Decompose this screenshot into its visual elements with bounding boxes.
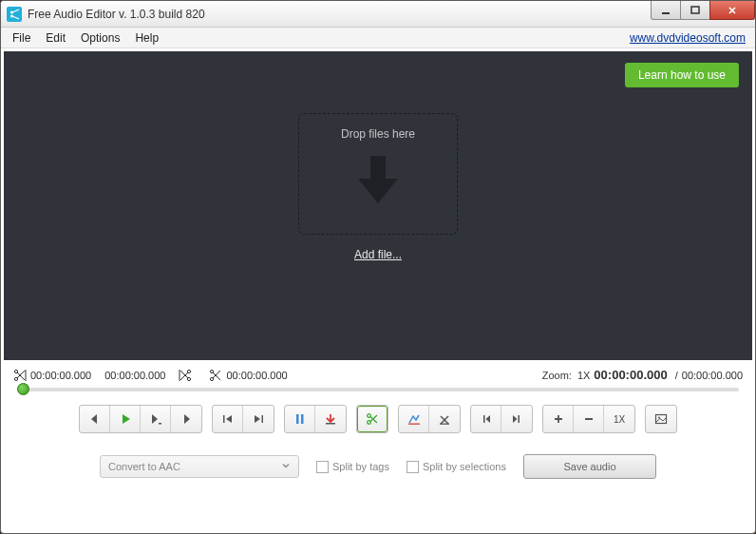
nav-group xyxy=(470,405,533,433)
close-button[interactable] xyxy=(709,1,755,20)
total-time: 00:00:00.000 xyxy=(682,370,743,381)
trim-in-button[interactable] xyxy=(399,406,429,432)
website-link[interactable]: www.dvdvideosoft.com xyxy=(624,29,751,47)
skip-end-button[interactable] xyxy=(243,406,274,432)
time-separator: / xyxy=(675,370,678,381)
seek-slider[interactable] xyxy=(4,386,752,401)
svg-rect-6 xyxy=(26,370,27,381)
app-icon xyxy=(7,7,22,22)
menu-file[interactable]: File xyxy=(5,29,38,47)
drop-text: Drop files here xyxy=(341,127,415,141)
titlebar[interactable]: Free Audio Editor v. 1.0.3 build 820 xyxy=(1,1,755,28)
arrow-down-icon xyxy=(354,154,402,211)
scissor-start-icon xyxy=(13,369,27,382)
go-end-button[interactable] xyxy=(501,406,532,432)
convert-value: Convert to AAC xyxy=(108,461,180,472)
skip-group xyxy=(212,405,274,433)
scissor-icon xyxy=(209,369,222,382)
zoom-reset-button[interactable]: 1X xyxy=(604,406,634,432)
menu-options[interactable]: Options xyxy=(73,29,127,47)
slider-track xyxy=(17,388,739,391)
svg-rect-14 xyxy=(262,415,264,423)
pause-marker-button[interactable] xyxy=(285,406,315,432)
toolbar: 1X xyxy=(4,401,752,445)
zoom-label: Zoom: xyxy=(542,370,572,381)
zoom-value: 1X xyxy=(577,370,590,381)
svg-rect-12 xyxy=(159,423,161,425)
content-area: Learn how to use Drop files here Add fil… xyxy=(1,48,755,533)
playback-group xyxy=(79,405,202,433)
play-selection-button[interactable] xyxy=(141,406,171,432)
chevron-down-icon xyxy=(281,461,291,472)
app-window: Free Audio Editor v. 1.0.3 build 820 Fil… xyxy=(0,0,756,534)
zoom-group: 1X xyxy=(542,405,635,433)
svg-rect-22 xyxy=(483,415,485,423)
scissor-end-icon xyxy=(179,369,192,382)
slider-thumb[interactable] xyxy=(17,383,29,395)
svg-point-7 xyxy=(188,370,191,372)
convert-select[interactable]: Convert to AAC xyxy=(100,455,299,478)
marker-down-button[interactable] xyxy=(315,406,346,432)
cut-group xyxy=(356,405,388,433)
go-start-button[interactable] xyxy=(471,406,501,432)
zoom-out-button[interactable] xyxy=(574,406,604,432)
step-back-button[interactable] xyxy=(80,406,110,432)
edit-group xyxy=(398,405,461,433)
minimize-button[interactable] xyxy=(651,1,681,20)
svg-rect-3 xyxy=(691,7,699,13)
window-controls xyxy=(652,1,755,20)
split-tags-label: Split by tags xyxy=(332,461,389,472)
selection-start-marker[interactable]: 00:00:00.000 xyxy=(13,369,91,382)
checkbox-icon xyxy=(316,461,329,473)
selection-end-marker[interactable] xyxy=(179,369,196,382)
selection-duration: 00:00:00.000 xyxy=(104,370,165,381)
split-tags-checkbox[interactable]: Split by tags xyxy=(316,461,389,473)
drop-box[interactable]: Drop files here xyxy=(298,113,458,235)
svg-rect-21 xyxy=(440,424,449,425)
time-row: 00:00:00.000 00:00:00.000 00:00:00.000 Z… xyxy=(4,360,752,386)
current-time: 00:00:00.000 xyxy=(594,368,667,382)
svg-rect-16 xyxy=(301,414,304,424)
zoom-in-button[interactable] xyxy=(543,406,574,432)
svg-rect-17 xyxy=(326,423,335,425)
split-selections-checkbox[interactable]: Split by selections xyxy=(406,461,506,473)
delete-button[interactable] xyxy=(429,406,460,432)
selection-start-time: 00:00:00.000 xyxy=(30,370,91,381)
svg-rect-23 xyxy=(519,415,520,423)
image-button[interactable] xyxy=(646,406,676,432)
cut-button[interactable] xyxy=(357,406,387,432)
split-selections-label: Split by selections xyxy=(423,461,506,472)
step-forward-button[interactable] xyxy=(171,406,201,432)
cut-marker[interactable]: 00:00:00.000 xyxy=(209,369,287,382)
add-file-link[interactable]: Add file... xyxy=(354,248,402,261)
learn-button[interactable]: Learn how to use xyxy=(625,63,739,87)
maximize-button[interactable] xyxy=(680,1,710,20)
skip-start-button[interactable] xyxy=(213,406,243,432)
bottom-row: Convert to AAC Split by tags Split by se… xyxy=(4,445,752,485)
cut-time: 00:00:00.000 xyxy=(226,370,287,381)
svg-rect-15 xyxy=(296,414,299,424)
marker-group xyxy=(284,405,347,433)
drop-area[interactable]: Learn how to use Drop files here Add fil… xyxy=(4,51,752,360)
svg-point-8 xyxy=(188,377,191,380)
play-button[interactable] xyxy=(110,406,141,432)
svg-rect-20 xyxy=(408,424,420,425)
svg-rect-2 xyxy=(662,12,670,14)
menubar: File Edit Options Help www.dvdvideosoft.… xyxy=(1,28,755,48)
svg-rect-9 xyxy=(180,370,180,381)
image-group xyxy=(645,405,677,433)
zoom-1x-label: 1X xyxy=(614,414,625,425)
menu-edit[interactable]: Edit xyxy=(38,29,73,47)
checkbox-icon xyxy=(406,461,419,473)
save-audio-button[interactable]: Save audio xyxy=(523,454,656,479)
svg-rect-13 xyxy=(223,415,225,423)
menu-help[interactable]: Help xyxy=(127,29,166,47)
window-title: Free Audio Editor v. 1.0.3 build 820 xyxy=(28,8,652,21)
